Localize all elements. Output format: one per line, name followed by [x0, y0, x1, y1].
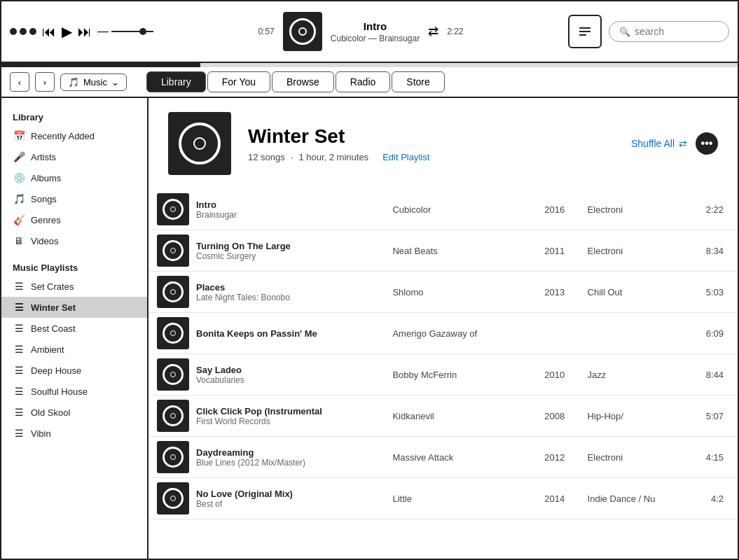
- tab-store[interactable]: Store: [392, 71, 444, 92]
- fast-forward-button[interactable]: ⏭: [78, 24, 92, 40]
- dot-separator: ·: [291, 152, 293, 162]
- volume-bar: —: [97, 25, 153, 38]
- genres-label: Genres: [31, 215, 61, 225]
- mini-vinyl: [163, 281, 184, 302]
- sidebar-item-best-coast[interactable]: ☰ Best Coast: [1, 318, 147, 339]
- old-skool-label: Old Skool: [31, 407, 70, 418]
- sidebar-item-recently-added[interactable]: 📅 Recently Added: [1, 125, 147, 146]
- track-genre: Electroni: [588, 246, 674, 256]
- mini-vinyl: [163, 199, 184, 220]
- shuffle-all-button[interactable]: Shuffle All ⇄: [631, 138, 687, 149]
- mini-vinyl: [163, 323, 184, 344]
- track-row[interactable]: Click Click Pop (Instrumental First Worl…: [149, 396, 738, 437]
- progress-fill: [1, 63, 200, 67]
- monitor-icon: 🖥: [13, 235, 25, 246]
- play-pause-button[interactable]: ▶: [62, 23, 72, 40]
- sidebar-item-songs[interactable]: 🎵 Songs: [1, 188, 147, 209]
- track-row[interactable]: Turning On The Large Cosmic Surgery Neat…: [149, 230, 738, 272]
- tab-library[interactable]: Library: [146, 71, 206, 92]
- track-duration: 8:34: [681, 246, 729, 256]
- track-year: 2011: [529, 246, 581, 256]
- track-year: 2012: [529, 452, 581, 463]
- queue-icon: [577, 24, 593, 39]
- search-input[interactable]: [635, 26, 719, 37]
- mini-vinyl-inner: [170, 454, 176, 460]
- track-duration: 8:44: [681, 370, 729, 380]
- dot-menu: [10, 28, 36, 35]
- track-row[interactable]: Say Ladeo Vocabularies Bobby McFerrin 20…: [149, 354, 738, 396]
- track-album: Late Night Tales: Bonobo: [196, 293, 385, 302]
- shuffle-all-label: Shuffle All: [631, 138, 675, 149]
- sidebar-item-soulful-house[interactable]: ☰ Soulful House: [1, 381, 147, 402]
- sidebar-item-albums[interactable]: 💿 Albums: [1, 167, 147, 188]
- sidebar-item-videos[interactable]: 🖥 Videos: [1, 230, 147, 251]
- shuffle-all-icon: ⇄: [679, 138, 687, 149]
- sidebar-item-artists[interactable]: 🎤 Artists: [1, 146, 147, 167]
- sidebar-item-set-crates[interactable]: ☰ Set Crates: [1, 276, 147, 297]
- sidebar-item-deep-house[interactable]: ☰ Deep House: [1, 360, 147, 381]
- source-selector[interactable]: 🎵 Music ⌄: [60, 74, 127, 91]
- playlist-stats: 12 songs · 1 hour, 2 minutes Edit Playli…: [248, 152, 614, 162]
- edit-playlist-link[interactable]: Edit Playlist: [382, 152, 429, 162]
- list-icon-soulful-house: ☰: [13, 386, 25, 397]
- track-row[interactable]: No Love (Original Mix) Best of Little 20…: [149, 478, 738, 519]
- track-thumbnail: [157, 276, 189, 308]
- mini-vinyl-inner: [170, 413, 176, 419]
- sidebar-item-vibin[interactable]: ☰ Vibin: [1, 423, 147, 444]
- track-artist: Bobby McFerrin: [392, 370, 521, 380]
- vinyl-icon: [289, 18, 316, 45]
- shuffle-icon[interactable]: ⇄: [428, 24, 438, 39]
- search-icon: 🔍: [619, 27, 630, 37]
- vinyl-inner: [298, 27, 307, 36]
- track-artist: Little: [392, 493, 521, 504]
- track-name: No Love (Original Mix): [196, 489, 385, 499]
- track-row[interactable]: Intro Brainsugar Cubicolor 2016 Electron…: [149, 189, 738, 230]
- mini-vinyl-inner: [170, 496, 176, 501]
- track-artist: Cubicolor: [392, 204, 521, 215]
- track-row[interactable]: Daydreaming Blue Lines (2012 Mix/Master)…: [149, 437, 738, 478]
- track-duration: 5:03: [681, 287, 729, 298]
- track-row[interactable]: Bonita Keeps on Passin' Me Amerigo Gazaw…: [149, 313, 738, 354]
- playlist-header: Winter Set 12 songs · 1 hour, 2 minutes …: [149, 98, 738, 189]
- track-thumbnail: [157, 400, 189, 432]
- rewind-button[interactable]: ⏮: [42, 24, 56, 40]
- list-icon-set-crates: ☰: [13, 281, 25, 292]
- mic-icon: 🎤: [13, 151, 25, 162]
- tab-browse[interactable]: Browse: [272, 71, 334, 92]
- back-button[interactable]: ‹: [10, 72, 29, 92]
- sidebar-item-winter-set[interactable]: ☰ Winter Set: [1, 297, 147, 318]
- track-album: Blue Lines (2012 Mix/Master): [196, 458, 385, 468]
- queue-button[interactable]: [568, 15, 602, 48]
- track-duration: 4:15: [681, 452, 729, 463]
- volume-icon: —: [97, 25, 109, 38]
- mini-vinyl: [163, 405, 184, 426]
- svg-rect-2: [579, 34, 586, 36]
- track-artist: Shlomo: [392, 287, 521, 298]
- dot2: [20, 28, 27, 35]
- more-options-button[interactable]: •••: [696, 132, 718, 155]
- forward-button[interactable]: ›: [35, 72, 55, 92]
- playlist-vinyl-inner: [193, 137, 206, 150]
- tab-for-you[interactable]: For You: [207, 71, 270, 92]
- list-icon-old-skool: ☰: [13, 407, 25, 418]
- sidebar-item-old-skool[interactable]: ☰ Old Skool: [1, 402, 147, 423]
- mini-vinyl-inner: [170, 289, 176, 295]
- track-thumbnail: [157, 482, 189, 514]
- list-icon-vibin: ☰: [13, 428, 25, 439]
- track-duration: 6:09: [681, 328, 729, 339]
- track-genre: Electroni: [588, 452, 674, 463]
- sidebar-item-genres[interactable]: 🎸 Genres: [1, 209, 147, 230]
- track-name-col: Click Click Pop (Instrumental First Worl…: [196, 406, 385, 426]
- tab-radio[interactable]: Radio: [336, 71, 391, 92]
- volume-slider[interactable]: [111, 31, 153, 32]
- sidebar-item-ambient[interactable]: ☰ Ambient: [1, 339, 147, 360]
- music-note-icon: 🎵: [68, 77, 79, 88]
- track-info: Intro Cubicolor — Brainsugar: [331, 20, 420, 43]
- track-thumbnail: [157, 193, 189, 225]
- progress-bar[interactable]: [1, 63, 738, 67]
- mini-vinyl: [163, 240, 184, 261]
- playlist-title: Winter Set: [248, 125, 614, 148]
- track-row[interactable]: Places Late Night Tales: Bonobo Shlomo 2…: [149, 272, 738, 313]
- track-genre: Jazz: [588, 370, 674, 380]
- sidebar: Library 📅 Recently Added 🎤 Artists 💿 Alb…: [1, 98, 149, 560]
